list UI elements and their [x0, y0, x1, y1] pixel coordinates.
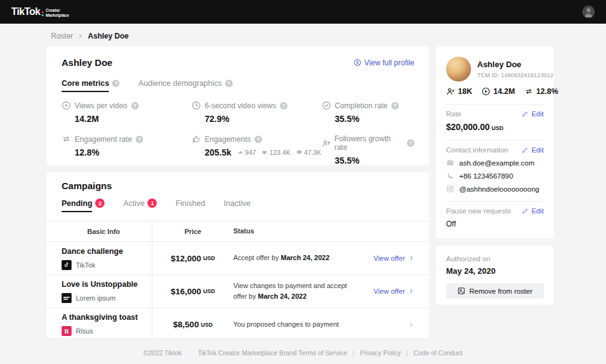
- pause-new-requests-value: Off: [446, 220, 544, 228]
- divider: [446, 201, 544, 202]
- repeat-icon: [62, 134, 71, 144]
- campaign-price: $12,000: [171, 254, 202, 263]
- rate-value: $20,000.00USD: [446, 122, 544, 132]
- edit-contact-link[interactable]: Edit: [521, 146, 544, 154]
- pencil-icon: [521, 111, 528, 118]
- help-icon[interactable]: [136, 136, 143, 143]
- play-circle-icon: [62, 101, 71, 110]
- campaign-status: View changes to payment and accept offer…: [233, 275, 360, 307]
- edit-rate-link[interactable]: Edit: [521, 110, 544, 118]
- column-header-status: Status: [233, 222, 360, 241]
- person-icon: [582, 6, 595, 18]
- footer-link-privacy[interactable]: Privacy Policy: [360, 349, 401, 357]
- followers-icon: [446, 87, 455, 96]
- copyright: ©2022 Tiktok: [144, 349, 182, 357]
- divider: [446, 140, 544, 141]
- profile-metrics-card: Ashley Doe View full profile Core metric…: [47, 47, 429, 165]
- breadcrumb: Roster Ashley Doe: [51, 32, 129, 40]
- remove-from-roster-button[interactable]: Remove from roster: [446, 283, 544, 299]
- pending-count-badge: 2: [95, 198, 105, 208]
- contact-instagram: @ashhndoeloooooooong: [446, 185, 544, 193]
- metric-views-per-video: Views per video 14.2M: [62, 101, 192, 124]
- instagram-icon: [446, 185, 454, 193]
- metric-followers-growth-rate: Followers growth rate 35.5%: [322, 134, 414, 166]
- help-icon[interactable]: [112, 80, 119, 87]
- footer-link-conduct[interactable]: Code of Conduct: [414, 349, 463, 357]
- tab-inactive[interactable]: Inactive: [224, 198, 251, 212]
- thumbs-up-icon: [192, 134, 201, 144]
- metric-engagement-rate: Engagement rate 12.8%: [62, 134, 192, 166]
- table-header-row: Basic Info Price Status: [47, 222, 429, 242]
- table-row[interactable]: Love is Unstoppable Lorem ipsum $16,000 …: [47, 275, 429, 308]
- help-icon[interactable]: [254, 136, 262, 143]
- view-offer-link[interactable]: View offer: [373, 254, 414, 262]
- help-icon[interactable]: [407, 139, 414, 147]
- table-row[interactable]: Dance challenge TikTok $12,000 USD Accep…: [47, 242, 429, 275]
- campaigns-card: Campaigns Pending 2 Active 1 Finished In…: [47, 172, 429, 338]
- currency-label: USD: [203, 255, 215, 261]
- view-offer-link[interactable]: View offer: [373, 287, 414, 295]
- pause-new-requests-label: Pause new requests: [446, 207, 511, 215]
- page-footer: ©2022 Tiktok TikTok Creator Marketplace …: [0, 349, 606, 357]
- authorized-on-label: Authorized on: [446, 255, 544, 263]
- help-icon[interactable]: [225, 80, 233, 87]
- active-count-badge: 1: [147, 198, 157, 208]
- breadcrumb-current: Ashley Doe: [88, 32, 128, 40]
- currency-label: USD: [203, 288, 215, 294]
- chevron-right-icon: [77, 33, 83, 39]
- check-circle-icon: [322, 101, 331, 110]
- contact-email: ash.doe@example.com: [446, 159, 544, 167]
- tcm-id: TCM ID: 1490832419123012: [477, 72, 554, 78]
- breadcrumb-roster[interactable]: Roster: [51, 32, 73, 40]
- account-avatar[interactable]: [582, 6, 595, 18]
- tab-audience-demographics[interactable]: Audience demographics: [138, 79, 232, 92]
- tab-active[interactable]: Active 1: [123, 198, 157, 212]
- footer-link-terms[interactable]: TikTok Creator Marketplace Brand Terms o…: [198, 349, 347, 357]
- pencil-icon: [521, 208, 528, 215]
- currency-label: USD: [201, 322, 213, 328]
- campaign-brand: R Risus: [62, 326, 146, 336]
- core-metrics-grid: Views per video 14.2M 6-second video vie…: [62, 101, 414, 166]
- tiktok-note-icon: [63, 262, 70, 268]
- campaign-name: A thanksgiving toast: [62, 313, 146, 322]
- view-full-profile-link[interactable]: View full profile: [353, 58, 414, 67]
- share-icon: [237, 149, 243, 156]
- tab-finished[interactable]: Finished: [175, 198, 205, 212]
- creator-name: Ashley Doe: [477, 60, 554, 69]
- lorem-ipsum-brand-logo: [62, 293, 72, 303]
- column-header-basic-info: Basic Info: [47, 222, 152, 241]
- remove-person-icon: [457, 287, 465, 295]
- tab-pending[interactable]: Pending 2: [62, 198, 105, 212]
- help-icon[interactable]: [131, 102, 139, 110]
- chevron-right-icon[interactable]: [408, 322, 414, 328]
- creator-name-title: Ashley Doe: [62, 57, 113, 68]
- creator-summary-card: Ashley Doe TCM ID: 1490832419123012 18K …: [436, 47, 554, 238]
- campaign-status: Accept offer by March 24, 2022: [233, 242, 360, 274]
- edit-pause-link[interactable]: Edit: [521, 207, 544, 215]
- contact-phone: +86 1234567890: [446, 172, 544, 180]
- clock-icon: [192, 101, 201, 110]
- campaign-name: Love is Unstoppable: [62, 280, 146, 289]
- campaign-tabs: Pending 2 Active 1 Finished Inactive: [62, 198, 414, 212]
- campaigns-table: Basic Info Price Status Dance challenge …: [47, 221, 429, 338]
- campaign-price: $16,000: [171, 287, 202, 296]
- comments-substat: 47.3K: [296, 149, 321, 156]
- metric-6-second-video-views: 6-second video views 72.9%: [192, 101, 322, 124]
- campaigns-title: Campaigns: [62, 180, 112, 191]
- tiktok-logo[interactable]: TikTok CreatorMarketplace: [11, 6, 69, 18]
- tab-core-metrics[interactable]: Core metrics: [62, 79, 119, 92]
- help-icon[interactable]: [280, 102, 287, 110]
- table-row[interactable]: A thanksgiving toast R Risus $8,500 USD …: [47, 308, 429, 338]
- campaign-brand: TikTok: [62, 260, 146, 270]
- engagement-rate-stat: 12.8%: [524, 87, 558, 96]
- chevron-right-icon: [408, 288, 414, 294]
- column-header-price: Price: [152, 222, 233, 241]
- risus-brand-logo: R: [62, 326, 72, 336]
- metric-engagements: Engagements 205.5k 947 123.4K: [192, 134, 322, 166]
- authorization-card: Authorized on May 24, 2020 Remove from r…: [436, 246, 554, 305]
- help-icon[interactable]: [391, 102, 399, 110]
- creator-quick-stats: 18K 14.2M 12.8%: [446, 87, 544, 96]
- likes-substat: 123.4K: [261, 149, 290, 156]
- followers-stat: 18K: [446, 87, 472, 96]
- phone-icon: [446, 172, 454, 180]
